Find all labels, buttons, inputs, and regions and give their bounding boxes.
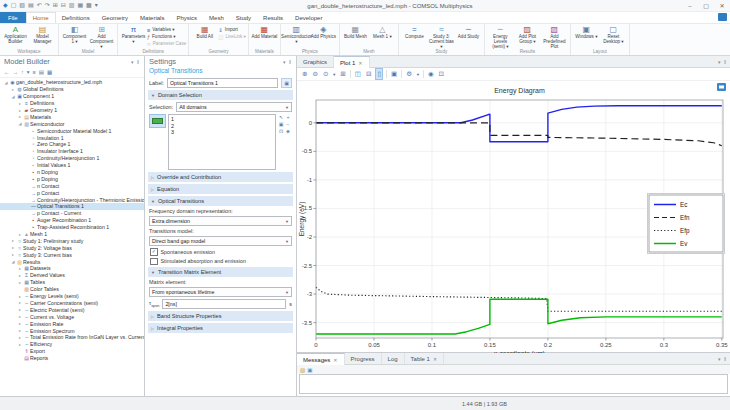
tree-item-mesh-1[interactable]: ▸▲Mesh 1 [0, 231, 144, 238]
tab-messages[interactable]: Messages✕ [297, 353, 345, 365]
tree-item-initial-values-1[interactable]: ▪Initial Values 1 [0, 162, 144, 169]
plot-canvas[interactable]: 00.050.10.150.20.250.30.350-0.5-1-1.5-2-… [297, 81, 730, 352]
matrix-element-dropdown[interactable]: From spontaneous lifetime▼ [149, 287, 292, 297]
tree-item-emission-spectrum[interactable]: ▸∼Emission Spectrum [0, 327, 144, 334]
ribbon-button-build-all[interactable]: ▦Build All [191, 25, 218, 39]
tree-item-study-1-preliminary-study[interactable]: ▸≈Study 1: Preliminary study [0, 237, 144, 244]
ribbon-tab-geometry[interactable]: Geometry [96, 12, 134, 23]
ribbon-button-add-plot-group[interactable]: ▨Add Plot Group ▾ [514, 25, 541, 44]
ribbon-tab-definitions[interactable]: Definitions [56, 12, 96, 23]
tree-item-p-doping[interactable]: ▪p Doping [0, 175, 144, 182]
order-dropdown-icon[interactable]: ▤ [39, 69, 44, 75]
filter-icon[interactable]: ≡ [33, 69, 36, 75]
view-dropdown-icon[interactable]: ▦ [47, 69, 52, 75]
ribbon-tab-home[interactable]: Home [26, 12, 56, 23]
tree-item-materials[interactable]: ▸▤Materials [0, 113, 144, 120]
ribbon-tab-mesh[interactable]: Mesh [203, 12, 230, 23]
tab-plot-1[interactable]: Plot 1✕ [334, 56, 370, 68]
tab-progress[interactable]: Progress [345, 353, 382, 364]
ribbon-button-parameters[interactable]: πParameters ▾ [120, 25, 147, 44]
section-band-structure-properties[interactable]: ▷Band Structure Properties [148, 311, 293, 321]
maximize-button[interactable]: ▢ [698, 1, 714, 11]
ribbon-button-parameter-case[interactable]: πParameter Case [147, 40, 186, 47]
tree-item-derived-values[interactable]: ▸ΣDerived Values [0, 272, 144, 279]
tree-item-definitions[interactable]: ▸≡Definitions [0, 100, 144, 107]
tab-graphics[interactable]: Graphics [297, 56, 334, 67]
close-button[interactable]: ✕ [714, 1, 730, 11]
ribbon-button-compute[interactable]: =Compute [401, 25, 428, 39]
ribbon-button-add-material[interactable]: ▦Add Material [251, 25, 278, 39]
zoom-out-icon[interactable]: ⊖ [311, 69, 318, 79]
active-selection-toggle[interactable] [149, 114, 166, 128]
message-log-icon[interactable]: ▣ [307, 366, 312, 374]
section-override-and-contribution[interactable]: ▷Override and Contribution [148, 172, 293, 182]
tree-item-global-definitions[interactable]: ▸◍Global Definitions [0, 86, 144, 93]
domain-item-3[interactable]: 3 [171, 129, 273, 136]
print-icon[interactable]: ⊡ [438, 69, 445, 79]
copy-selection-icon[interactable]: ▣ [278, 121, 284, 127]
ribbon-tab-results[interactable]: Results [257, 12, 289, 23]
ribbon-button-model-manager[interactable]: ▤Model Manager [29, 25, 56, 44]
tree-item-tables[interactable]: ▸▦Tables [0, 279, 144, 286]
panel-menu-icon[interactable]: ▾ ‖ [718, 59, 727, 65]
panel-menu-icon[interactable]: ▾ ‖ [131, 59, 140, 65]
new-file-icon[interactable]: ▢ [11, 2, 17, 9]
ribbon-button-add-predefined-plot[interactable]: ▧Add Predefined Plot [541, 25, 568, 49]
tree-item-datasets[interactable]: ▸▦Datasets [0, 265, 144, 272]
checkbox-spontaneous-emission[interactable]: ✓Spontaneous emission [150, 248, 291, 256]
model-manager-icon[interactable]: ▩ [86, 2, 92, 9]
tree-item-results[interactable]: ◢▥Results [0, 258, 144, 265]
ribbon-button-application-builder[interactable]: AApplication Builder [2, 25, 29, 44]
ribbon-button-mesh-1[interactable]: △Mesh 1 ▾ [369, 25, 396, 39]
tree-item-zero-charge-1[interactable]: ▫Zero Charge 1 [0, 141, 144, 148]
tree-item-component-1[interactable]: ◢▣Component 1 [0, 93, 144, 100]
ribbon-button-variables[interactable]: ≡Variables ▾ [147, 26, 186, 33]
duplicate-icon[interactable]: ▥ [69, 2, 75, 9]
snapshot-camera-icon[interactable]: ◉ [427, 69, 435, 79]
collapse-icon[interactable]: ▾ [27, 69, 30, 75]
section-transition-matrix[interactable]: ▼Transition Matrix Element [148, 267, 293, 277]
ribbon-tab-physics[interactable]: Physics [170, 12, 203, 23]
tab-table-1[interactable]: Table 1✕ [405, 353, 445, 364]
up-icon[interactable]: ↑ [21, 69, 24, 75]
section-optical-transitions[interactable]: ▼Optical Transitions [148, 196, 293, 206]
back-icon[interactable]: ← [4, 69, 10, 75]
ribbon-button-energy-levels-semi-[interactable]: ∼Energy Levels (semi) ▾ [487, 25, 514, 49]
label-edit-icon[interactable]: ▣ [281, 78, 292, 88]
paste-icon[interactable]: ⊟ [61, 2, 66, 9]
redo-icon[interactable]: ↷ [45, 2, 50, 9]
close-tab-icon[interactable]: ✕ [333, 357, 337, 363]
save-icon[interactable]: ▤ [28, 2, 34, 9]
tree-item-semiconductor-material-model-1[interactable]: ▪Semiconductor Material Model 1 [0, 127, 144, 134]
zoom-extents-icon[interactable]: ⊞ [339, 69, 346, 79]
freq-repr-dropdown[interactable]: Extra dimension▼ [149, 216, 292, 226]
domain-list[interactable]: 123 [168, 114, 276, 170]
ribbon-button-add-component[interactable]: ⊞Add Component ▾ [88, 25, 115, 49]
ribbon-button-add-study[interactable]: ∼Add Study [455, 25, 482, 39]
file-menu-button[interactable]: File [0, 12, 26, 23]
plot-settings-gear-icon[interactable]: ⚙ [405, 69, 413, 79]
tree-item-export[interactable]: ⇑Export [0, 348, 144, 355]
ribbon-button-component-1[interactable]: ◧Component 1 ▾ [61, 25, 88, 44]
ribbon-button-study-3-current-bias[interactable]: ≈Study 3: Current bias ▾ [428, 25, 455, 49]
selection-dropdown[interactable]: All domains▼ [176, 102, 292, 112]
paste-selection-icon[interactable]: ⊡ [278, 128, 284, 134]
remove-from-selection-icon[interactable]: − [285, 121, 291, 127]
add-to-selection-icon[interactable]: + [285, 114, 291, 120]
ribbon-tab-study[interactable]: Study [230, 12, 257, 23]
ribbon-button-semiconductor[interactable]: ▥Semiconductor ▾ [283, 25, 310, 44]
section-integral-properties[interactable]: ▷Integral Properties [148, 323, 293, 333]
section-domain-selection[interactable]: ▼Domain Selection [148, 90, 293, 100]
zoom-mode-dropdown-icon[interactable]: ⊙ [322, 69, 329, 79]
checkbox-stimulated-absorption-and-emission[interactable]: Stimulated absorption and emission [150, 258, 291, 266]
ribbon-tab-materials[interactable]: Materials [134, 12, 170, 23]
tree-item-study-3-current-bias[interactable]: ▸≈Study 3: Current bias [0, 251, 144, 258]
copy-icon[interactable]: ⊞ [53, 2, 58, 9]
tree-item-p-contact-current[interactable]: →p Contact - Current [0, 210, 144, 217]
close-tab-icon[interactable]: ✕ [358, 60, 362, 66]
tree-item-study-2-voltage-bias[interactable]: ▸≈Study 2: Voltage bias [0, 244, 144, 251]
ribbon-tab-developer[interactable]: Developer [289, 12, 328, 23]
tree-item-continuity-heterojunction-thermionic-emission[interactable]: →Continuity/Heterojunction - Thermionic … [0, 196, 144, 203]
ribbon-button-import[interactable]: ⇓Import [218, 26, 246, 33]
tree-item-continuity-heterojunction-1[interactable]: ▫Continuity/Heterojunction 1 [0, 155, 144, 162]
